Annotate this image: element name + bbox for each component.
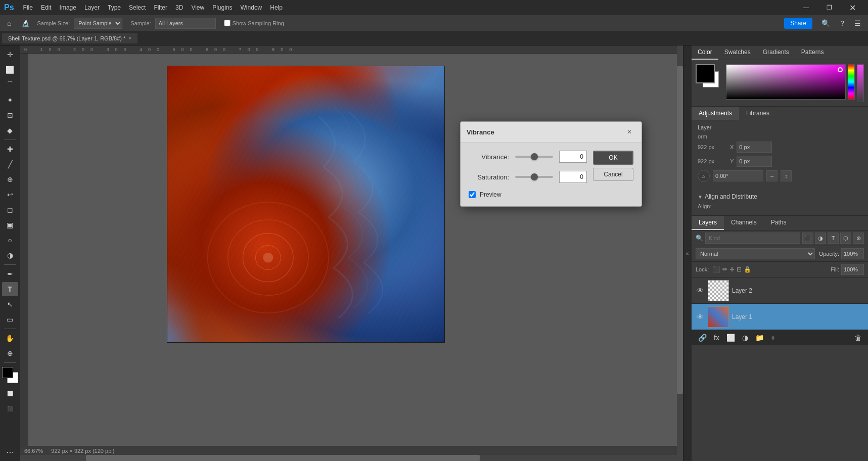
sample-input[interactable]	[155, 18, 216, 29]
layers-tab[interactable]: Layers	[692, 216, 724, 230]
gradients-tab[interactable]: Gradients	[757, 45, 795, 60]
healing-tool[interactable]: ✚	[2, 142, 18, 156]
quick-select-tool[interactable]: ✦	[2, 93, 18, 107]
hand-tool[interactable]: ✋	[2, 331, 18, 345]
path-select-tool[interactable]: ↖	[2, 297, 18, 311]
filter-smart-btn[interactable]: ⊛	[853, 233, 864, 244]
workspace-button[interactable]: ☰	[851, 18, 864, 28]
more-tools-btn[interactable]: ⋯	[2, 445, 18, 459]
lock-position-icon[interactable]: ✛	[729, 266, 735, 273]
panel-collapse[interactable]: «	[683, 45, 691, 461]
menu-edit[interactable]: Edit	[38, 3, 55, 12]
layer1-visibility[interactable]: 👁	[696, 312, 705, 321]
window-minimize[interactable]: —	[794, 0, 817, 15]
lasso-tool[interactable]: ⌒	[2, 78, 18, 92]
menu-select[interactable]: Select	[126, 3, 149, 12]
saturation-slider-thumb[interactable]	[531, 173, 538, 180]
saturation-value-input[interactable]	[559, 171, 587, 183]
eyedropper-tool-btn[interactable]: ◆	[2, 123, 18, 137]
fill-input[interactable]	[841, 264, 864, 275]
lock-image-icon[interactable]: ✏	[722, 266, 727, 273]
new-group-btn[interactable]: 📁	[753, 333, 766, 343]
window-close[interactable]: ✕	[841, 0, 864, 15]
text-tool[interactable]: T	[2, 282, 18, 296]
patterns-tab[interactable]: Patterns	[795, 45, 830, 60]
add-layer-style-btn[interactable]: fx	[711, 333, 722, 343]
layer2-visibility[interactable]: 👁	[696, 286, 705, 295]
lock-transparent-icon[interactable]: ⬛	[713, 266, 720, 273]
lock-artboard-icon[interactable]: ⊡	[737, 266, 742, 273]
menu-filter[interactable]: Filter	[151, 3, 170, 12]
eyedropper-tool[interactable]: 🔬	[18, 18, 33, 28]
link-layers-btn[interactable]: 🔗	[696, 333, 709, 343]
clone-tool[interactable]: ⊕	[2, 172, 18, 187]
delete-layer-btn[interactable]: 🗑	[852, 333, 864, 343]
blur-tool[interactable]: ○	[2, 233, 18, 247]
eraser-tool[interactable]: ◻	[2, 203, 18, 217]
saturation-slider-container[interactable]	[515, 172, 553, 182]
edit-mode-btn[interactable]: ⬜	[2, 386, 18, 400]
y-input[interactable]	[737, 156, 772, 167]
layer-item-layer2[interactable]: 👁 Layer 2	[692, 278, 868, 304]
crop-tool[interactable]: ⊡	[2, 108, 18, 122]
vibrance-slider-thumb[interactable]	[531, 153, 538, 160]
color-tab[interactable]: Color	[692, 45, 718, 60]
layers-search-input[interactable]	[705, 233, 800, 244]
foreground-color[interactable]	[2, 367, 13, 378]
filter-adj-btn[interactable]: ◑	[815, 233, 826, 244]
scroll-thumb-v[interactable]	[677, 66, 683, 394]
move-tool[interactable]: ✛	[2, 48, 18, 62]
scroll-thumb-h[interactable]	[86, 455, 480, 461]
preview-checkbox[interactable]	[469, 191, 476, 198]
filter-text-btn[interactable]: T	[828, 233, 839, 244]
lock-all-icon[interactable]: 🔒	[744, 266, 751, 273]
new-adjustment-btn[interactable]: ◑	[740, 333, 751, 343]
menu-3d[interactable]: 3D	[172, 3, 186, 12]
filter-shape-btn[interactable]: ⬡	[840, 233, 851, 244]
dodge-tool[interactable]: ◑	[2, 248, 18, 262]
pen-tool[interactable]: ✒	[2, 267, 18, 281]
gradient-tool[interactable]: ▣	[2, 218, 18, 232]
vibrance-slider-container[interactable]	[515, 152, 553, 162]
show-sampling-ring-checkbox[interactable]	[224, 20, 231, 26]
history-tool[interactable]: ↩	[2, 188, 18, 202]
menu-window[interactable]: Window	[238, 3, 265, 12]
menu-file[interactable]: File	[20, 3, 36, 12]
vibrance-value-input[interactable]	[559, 151, 587, 163]
shape-tool[interactable]: ▭	[2, 312, 18, 327]
menu-help[interactable]: Help	[267, 3, 286, 12]
new-layer-btn[interactable]: +	[768, 333, 778, 343]
x-input[interactable]	[737, 142, 772, 153]
scrollbar-horizontal[interactable]	[20, 455, 677, 461]
canvas-wrapper[interactable]	[167, 66, 445, 343]
adjustments-tab[interactable]: Adjustments	[692, 107, 739, 120]
help-button[interactable]: ?	[837, 18, 847, 28]
document-tab[interactable]: Shell Texture.psd @ 66.7% (Layer 1, RGB/…	[2, 33, 138, 43]
sample-size-select[interactable]: Point Sample	[74, 18, 122, 29]
zoom-tool[interactable]: ⊕	[2, 346, 18, 360]
angle-input[interactable]	[713, 170, 763, 181]
scrollbar-vertical[interactable]	[677, 45, 683, 455]
search-button[interactable]: 🔍	[818, 18, 833, 28]
menu-type[interactable]: Type	[105, 3, 124, 12]
screen-mode-btn[interactable]: ⬛	[2, 401, 18, 416]
color-gradient-picker[interactable]	[726, 64, 846, 100]
add-mask-btn[interactable]: ⬜	[724, 333, 738, 343]
hue-slider[interactable]	[848, 64, 855, 100]
dialog-ok-button[interactable]: OK	[593, 151, 633, 165]
dialog-close-button[interactable]: ×	[623, 126, 635, 138]
layer-item-layer1[interactable]: 👁 Layer 1	[692, 304, 868, 330]
menu-view[interactable]: View	[188, 3, 207, 12]
filter-pixel-btn[interactable]: ⬛	[802, 233, 813, 244]
opacity-input[interactable]	[841, 248, 864, 259]
flip-h-btn[interactable]: ↔	[766, 170, 778, 181]
blend-mode-select[interactable]: Normal	[696, 248, 815, 259]
dialog-cancel-button[interactable]: Cancel	[593, 168, 633, 181]
menu-image[interactable]: Image	[57, 3, 79, 12]
menu-plugins[interactable]: Plugins	[209, 3, 235, 12]
channels-tab[interactable]: Channels	[724, 216, 764, 230]
flip-v-btn[interactable]: ↕	[781, 170, 792, 181]
menu-layer[interactable]: Layer	[81, 3, 103, 12]
marquee-tool[interactable]: ⬜	[2, 63, 18, 77]
opacity-slider[interactable]	[857, 64, 864, 102]
